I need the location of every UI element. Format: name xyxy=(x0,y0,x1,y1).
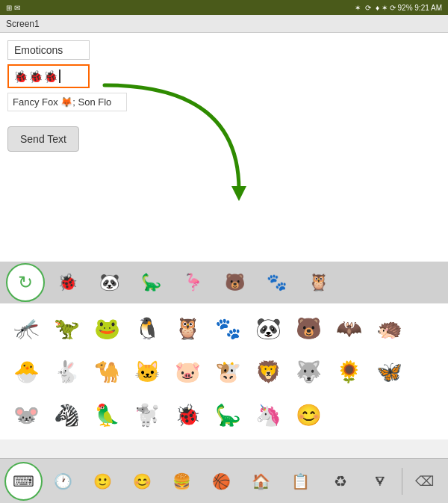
emoji-bear[interactable]: 🐻 xyxy=(288,308,329,348)
recent-tab[interactable]: 🕐 xyxy=(44,462,82,501)
emoji-empty-2 xyxy=(369,395,409,435)
battery-level: ♦ ✶ ⟳ 92% 9:21 AM xyxy=(376,4,442,12)
keyboard-bar: ⌨ 🕐 🙂 😊 🍔 🏀 🏠 📋 ♻ ⛛ ⌫ xyxy=(0,458,448,503)
category-recent[interactable]: ↻ xyxy=(6,263,45,302)
emoji-zebra[interactable]: 🦓 xyxy=(46,395,87,435)
send-text-button[interactable]: Send Text xyxy=(7,126,79,152)
emoji-wolf[interactable]: 🐺 xyxy=(288,351,329,392)
backspace-button[interactable]: ⌫ xyxy=(405,462,444,501)
emoji-pig[interactable]: 🐷 xyxy=(167,351,208,392)
emoji-mouse[interactable]: 🐭 xyxy=(6,395,46,435)
smiley-tab[interactable]: 😊 xyxy=(123,462,161,501)
emoji-mosquito[interactable]: 🦟 xyxy=(6,308,46,348)
svg-marker-0 xyxy=(231,186,246,201)
green-arrow xyxy=(90,70,276,205)
emoji-parrot[interactable]: 🦜 xyxy=(87,395,127,435)
emoji-empty-1 xyxy=(329,395,369,435)
emoji-cat[interactable]: 🐱 xyxy=(127,351,167,392)
home-tab[interactable]: 🏠 xyxy=(242,462,280,501)
emoji-cow[interactable]: 🐮 xyxy=(208,351,248,392)
category-bugs[interactable]: 🐞 xyxy=(48,263,87,302)
emoji-smile[interactable]: 😊 xyxy=(288,395,329,435)
emoji-lion[interactable]: 🦁 xyxy=(248,351,288,392)
category-owl[interactable]: 🦉 xyxy=(299,263,337,302)
emoji-row-1: 🦟 🦖 🐸 🐧 🦉 🐾 🐼 🐻 🦇 🦔 xyxy=(1,306,447,350)
main-area: Emoticons 🐞🐞🐞 Fancy Fox 🦊; Son Flo Send … xyxy=(0,33,448,262)
category-paw[interactable]: 🐾 xyxy=(257,263,296,302)
emoji-tab[interactable]: 🙂 xyxy=(84,462,122,501)
objects-tab[interactable]: 📋 xyxy=(281,462,320,501)
food-tab[interactable]: 🍔 xyxy=(163,462,201,501)
emoji-poodle[interactable]: 🐩 xyxy=(127,395,167,435)
divider xyxy=(402,468,402,495)
status-bar: ⊞ ✉ ✶ ⟳ ♦ ✶ ⟳ 92% 9:21 AM xyxy=(0,0,448,15)
category-bear[interactable]: 🐻 xyxy=(215,263,254,302)
emoji-unicorn[interactable]: 🦄 xyxy=(248,395,288,435)
emoji-owl[interactable]: 🦉 xyxy=(167,308,208,348)
emoji-row-3: 🐭 🦓 🦜 🐩 🐞 🦕 🦄 😊 xyxy=(1,393,447,436)
emoji-penguin[interactable]: 🐧 xyxy=(127,308,167,348)
emoji-trex[interactable]: 🦖 xyxy=(46,308,87,348)
emoji-row-2: 🐣 🐇 🐪 🐱 🐷 🐮 🦁 🐺 🌻 🦋 xyxy=(1,350,447,393)
emoji-camel[interactable]: 🐪 xyxy=(87,351,127,392)
status-bar-left: ⊞ ✉ xyxy=(6,4,20,12)
emoji-bat[interactable]: 🦇 xyxy=(329,308,369,348)
emoji-category-bar: ↻ 🐞 🐼 🦕 🦩 🐻 🐾 🦉 xyxy=(0,262,448,303)
emoji-paw[interactable]: 🐾 xyxy=(208,308,248,348)
emoticons-input[interactable]: 🐞🐞🐞 xyxy=(7,64,90,88)
sports-tab[interactable]: 🏀 xyxy=(202,462,240,501)
keyboard-toggle-button[interactable]: ⌨ xyxy=(4,462,43,501)
emoji-panda[interactable]: 🐼 xyxy=(248,308,288,348)
emoji-rabbit[interactable]: 🐇 xyxy=(46,351,87,392)
emoji-butterfly[interactable]: 🦋 xyxy=(369,351,409,392)
emoji-grid: 🦟 🦖 🐸 🐧 🦉 🐾 🐼 🐻 🦇 🦔 🐣 🐇 🐪 🐱 🐷 🐮 🦁 🐺 🌻 🦋 … xyxy=(0,303,448,439)
filter-tab[interactable]: ⛛ xyxy=(361,462,399,501)
app-title: Screen1 xyxy=(6,19,40,29)
status-left-icons: ⊞ ✉ xyxy=(6,4,20,12)
emoji-hatching[interactable]: 🐣 xyxy=(6,351,46,392)
emoji-ladybug[interactable]: 🐞 xyxy=(167,395,208,435)
emoticons-label: Emoticons xyxy=(7,40,90,60)
emoji-frog[interactable]: 🐸 xyxy=(87,308,127,348)
category-dino[interactable]: 🦕 xyxy=(131,263,170,302)
emoji-sunflower[interactable]: 🌻 xyxy=(329,351,369,392)
recycle-tab[interactable]: ♻ xyxy=(321,462,359,501)
bluetooth-icon: ✶ xyxy=(355,4,361,12)
app-bar: Screen1 xyxy=(0,15,448,33)
category-flamingo[interactable]: 🦩 xyxy=(173,263,212,302)
emoji-sauropod[interactable]: 🦕 xyxy=(208,395,248,435)
category-panda[interactable]: 🐼 xyxy=(90,263,128,302)
status-bar-right: ✶ ⟳ ♦ ✶ ⟳ 92% 9:21 AM xyxy=(355,4,442,12)
wifi-icon: ⟳ xyxy=(365,4,371,12)
emoji-hedgehog[interactable]: 🦔 xyxy=(369,308,409,348)
